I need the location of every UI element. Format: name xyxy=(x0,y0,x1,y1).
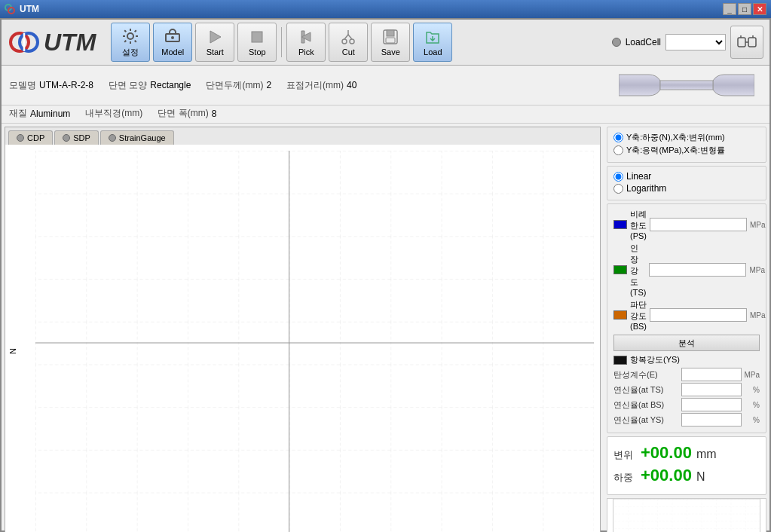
elongation-ts-unit: % xyxy=(742,386,760,394)
sdp-tab[interactable]: SDP xyxy=(54,130,99,145)
model-value: UTM-A-R-2-8 xyxy=(39,80,93,90)
settings-button[interactable]: 설정 xyxy=(111,23,150,62)
measurement-area: 변위 +00.00 mm 하중 +00.00 N xyxy=(607,436,766,495)
title-bar: UTM _ □ ✕ xyxy=(0,0,771,18)
linear-radio[interactable] xyxy=(613,172,623,182)
load-row: 하중 +00.00 N xyxy=(613,466,760,485)
cut-label: Cut xyxy=(342,47,355,57)
window-title: UTM xyxy=(20,4,39,14)
inner-diameter-label: 내부직경(mm) xyxy=(85,107,142,120)
tensile-color xyxy=(613,265,627,274)
fracture-row: 파단강도(BS) MPa xyxy=(613,299,760,331)
proportional-input[interactable] xyxy=(650,218,747,231)
cdp-label: CDP xyxy=(27,133,44,142)
svg-point-10 xyxy=(342,39,347,44)
load-button[interactable]: Load xyxy=(413,23,452,62)
close-button[interactable]: ✕ xyxy=(753,3,766,15)
graph-panel: CDP SDP StrainGauge N mm xyxy=(5,127,601,532)
load-label: Load xyxy=(424,47,442,57)
analyze-button[interactable]: 분석 xyxy=(613,335,760,351)
svg-rect-9 xyxy=(252,32,262,42)
inner-diameter-info: 내부직경(mm) xyxy=(85,107,142,120)
logarithm-radio[interactable] xyxy=(613,184,623,194)
info-bar: 모델명 UTM-A-R-2-8 단면 모양 Rectangle 단면두께(mm)… xyxy=(2,66,769,105)
width-value: 8 xyxy=(212,109,217,119)
material-value: Aluminum xyxy=(30,109,70,119)
svg-point-5 xyxy=(127,33,133,39)
elastic-input[interactable] xyxy=(681,368,742,381)
section-info: 단면 모양 Rectangle xyxy=(109,79,191,92)
yield-color xyxy=(613,356,627,365)
strain-led xyxy=(109,134,116,142)
info-bar-2: 재질 Aluminum 내부직경(mm) 단면 폭(mm) 8 xyxy=(2,105,769,124)
sdp-led xyxy=(63,134,70,142)
logarithm-row: Logarithm xyxy=(613,183,760,194)
elongation-ys-input[interactable] xyxy=(681,413,742,427)
model-label: Model xyxy=(161,47,184,57)
displacement-unit: mm xyxy=(696,448,717,461)
connect-button[interactable] xyxy=(730,26,763,59)
fracture-input[interactable] xyxy=(650,308,747,322)
pick-icon xyxy=(297,28,315,46)
model-icon xyxy=(164,28,182,46)
model-info: 모델명 UTM-A-R-2-8 xyxy=(9,79,93,92)
elongation-ys-row: 연신율(at YS) % xyxy=(613,413,760,427)
cdp-led xyxy=(17,134,24,142)
strain-tab[interactable]: StrainGauge xyxy=(100,130,174,145)
pick-label: Pick xyxy=(298,47,314,57)
yield-label: 항복강도(YS) xyxy=(630,354,680,365)
tensile-input[interactable] xyxy=(649,263,746,277)
fracture-unit: MPa xyxy=(750,311,766,320)
cut-button[interactable]: Cut xyxy=(329,23,368,62)
loadcell-label: LoadCell xyxy=(626,37,661,47)
axis-option-2-label[interactable]: Y축:응력(MPa),X축:변형률 xyxy=(626,145,725,156)
loadcell-select[interactable] xyxy=(665,34,726,50)
svg-rect-16 xyxy=(748,38,756,47)
svg-rect-23 xyxy=(35,151,594,532)
tensile-row: 인장강도(TS) MPa xyxy=(613,243,760,297)
save-button[interactable]: Save xyxy=(371,23,410,62)
stop-button[interactable]: Stop xyxy=(237,23,277,62)
graph-svg: 20 15 10 5 0 -5 -10 -15 -20 -50 -40 -30 … xyxy=(35,151,594,532)
axis-option-1-row: Y축:하중(N),X축:변위(mm) xyxy=(613,132,760,143)
mini-graph-svg xyxy=(607,499,766,532)
axis-option-2-row: Y축:응력(MPa),X축:변형률 xyxy=(613,145,760,156)
proportional-row: 비례한도(PS) MPa xyxy=(613,209,760,240)
axis-option-2-radio[interactable] xyxy=(613,145,623,155)
logarithm-label[interactable]: Logarithm xyxy=(626,183,666,194)
elongation-ts-input[interactable] xyxy=(681,383,742,396)
sdp-label: SDP xyxy=(73,133,90,142)
specimen-shape xyxy=(619,69,754,102)
width-label: 단면 폭(mm) xyxy=(158,107,208,120)
load-icon xyxy=(424,28,442,46)
load-value: +00.00 xyxy=(641,466,692,485)
maximize-button[interactable]: □ xyxy=(738,3,751,15)
save-icon xyxy=(381,28,399,46)
settings-icon xyxy=(121,27,139,45)
elongation-bs-input[interactable] xyxy=(681,398,742,411)
elastic-row: 탄성계수(E) MPa xyxy=(613,368,760,381)
stop-label: Stop xyxy=(249,47,266,57)
strain-label: StrainGauge xyxy=(119,133,166,142)
start-button[interactable]: Start xyxy=(195,23,234,62)
displacement-value: +00.00 xyxy=(641,443,692,463)
model-label: 모델명 xyxy=(9,79,36,92)
start-icon xyxy=(206,28,224,46)
svg-rect-20 xyxy=(660,81,713,90)
thickness-info: 단면두께(mm) 2 xyxy=(206,79,271,92)
width-info: 단면 폭(mm) 8 xyxy=(158,107,216,120)
linear-label[interactable]: Linear xyxy=(626,171,651,182)
elongation-ts-row: 연신율(at TS) % xyxy=(613,383,760,396)
displacement-label: 변위 xyxy=(613,448,636,462)
axis-option-1-radio[interactable] xyxy=(613,133,623,142)
axis-option-1-label[interactable]: Y축:하중(N),X축:변위(mm) xyxy=(626,132,725,143)
elongation-ts-label: 연신율(at TS) xyxy=(613,384,681,396)
minimize-button[interactable]: _ xyxy=(723,3,736,15)
cdp-tab[interactable]: CDP xyxy=(8,130,53,145)
gauge-info: 표점거리(mm) 40 xyxy=(286,79,356,92)
window-icon xyxy=(5,4,15,14)
svg-point-7 xyxy=(171,36,174,39)
model-button[interactable]: Model xyxy=(153,23,192,62)
proportional-label: 비례한도(PS) xyxy=(630,209,647,240)
pick-button[interactable]: Pick xyxy=(286,23,326,62)
